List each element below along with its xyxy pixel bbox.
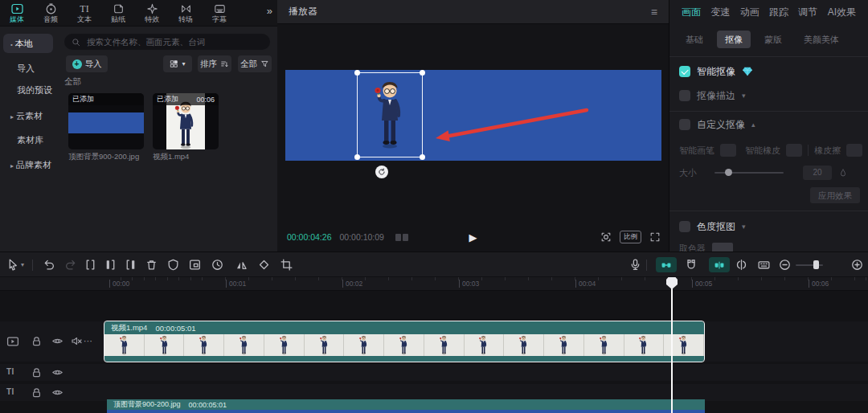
tab-captions[interactable]: 字幕 xyxy=(203,0,236,27)
tab-picture[interactable]: 画面 xyxy=(682,6,701,19)
zoom-in-icon[interactable] xyxy=(850,258,864,272)
eye-icon[interactable] xyxy=(51,335,63,347)
added-badge: 已添加 xyxy=(157,94,178,104)
more-tabs-icon[interactable]: » xyxy=(267,5,272,17)
apply-effect-button[interactable]: 应用效果 xyxy=(810,187,860,203)
freeze-frame-icon[interactable] xyxy=(166,258,180,272)
image-clip[interactable]: 顶图背景900-200.jpg 00:00:05:01 xyxy=(107,399,705,413)
custom-keying-checkbox[interactable] xyxy=(679,119,690,130)
sidebar-item-local[interactable]: •本地 xyxy=(3,34,53,53)
fullscreen-icon[interactable] xyxy=(649,231,661,243)
ratio-button[interactable]: 比例 xyxy=(620,231,641,243)
magnet-snap-icon[interactable] xyxy=(684,258,698,272)
filter-button[interactable]: 全部 xyxy=(238,55,272,72)
eye-icon[interactable] xyxy=(51,386,63,399)
selection-box[interactable] xyxy=(357,72,423,157)
preview-quality-icon[interactable] xyxy=(600,231,612,243)
eraser-button[interactable] xyxy=(846,144,862,157)
slider-handle[interactable] xyxy=(725,169,732,176)
lock-icon[interactable] xyxy=(31,366,43,378)
more-options-icon[interactable]: ⋯ xyxy=(84,336,93,346)
split-icon[interactable] xyxy=(84,258,97,272)
sidebar-item-brand[interactable]: ▸品牌素材 xyxy=(3,155,53,174)
zoom-slider-handle[interactable] xyxy=(813,260,819,269)
current-timecode: 00:00:04:26 xyxy=(287,232,331,242)
chevron-up-icon[interactable]: ▴ xyxy=(751,121,755,129)
zoom-out-icon[interactable] xyxy=(778,258,792,272)
trim-right-icon[interactable] xyxy=(124,258,137,272)
sidebar-item-presets[interactable]: 我的预设 xyxy=(3,80,53,100)
link-clips-toggle[interactable] xyxy=(656,257,677,272)
playhead-line[interactable] xyxy=(671,277,673,413)
chevron-down-icon[interactable]: ▾ xyxy=(742,92,746,100)
subtab-basic[interactable]: 基础 xyxy=(678,31,711,48)
sidebar-item-library[interactable]: 素材库 xyxy=(3,130,53,149)
delete-icon[interactable] xyxy=(145,258,158,272)
tab-speed[interactable]: 变速 xyxy=(710,6,730,19)
brush-size-row: 大小 20 xyxy=(669,164,868,182)
tab-tracking[interactable]: 跟踪 xyxy=(769,6,788,19)
media-card-video[interactable]: 已添加 00:06 视频1.mp4 xyxy=(153,93,219,162)
tab-text[interactable]: TI 文本 xyxy=(68,0,101,27)
smart-brush-button[interactable] xyxy=(720,144,736,157)
select-cursor-icon[interactable] xyxy=(6,258,20,272)
tab-effects[interactable]: 特效 xyxy=(135,0,169,27)
keying-stroke-checkbox[interactable] xyxy=(679,90,690,101)
resize-handle[interactable] xyxy=(420,70,425,76)
tab-media[interactable]: 媒体 xyxy=(0,0,34,27)
size-value[interactable]: 20 xyxy=(803,166,832,180)
preview-axis-toggle[interactable] xyxy=(709,257,730,272)
rotate-handle[interactable] xyxy=(375,166,388,178)
tab-adjust[interactable]: 调节 xyxy=(798,6,817,19)
tab-ai-effects[interactable]: AI效果 xyxy=(828,6,856,19)
view-mode-button[interactable]: ▾ xyxy=(163,55,192,72)
play-button[interactable]: ▶ xyxy=(469,231,477,243)
tab-sticker[interactable]: 贴纸 xyxy=(101,0,135,27)
timeline-zoom-slider[interactable] xyxy=(796,264,823,266)
reverse-icon[interactable] xyxy=(211,258,224,272)
clip-filmstrip xyxy=(104,334,704,356)
redo-icon[interactable] xyxy=(64,258,78,272)
import-button[interactable]: + 导入 xyxy=(66,55,108,72)
search-input[interactable] xyxy=(85,36,263,47)
mute-speaker-icon[interactable] xyxy=(71,335,83,347)
resize-handle[interactable] xyxy=(354,154,360,160)
split-preview-icon[interactable] xyxy=(735,258,748,272)
trim-left-icon[interactable] xyxy=(104,258,117,272)
sort-button[interactable]: 排序 xyxy=(198,55,231,72)
crop-icon[interactable] xyxy=(280,258,293,272)
size-slider[interactable] xyxy=(714,169,784,177)
smart-keying-checkbox[interactable] xyxy=(679,66,690,77)
eye-icon[interactable] xyxy=(51,366,63,378)
rotate-tool-icon[interactable] xyxy=(257,258,271,272)
tab-audio[interactable]: 音频 xyxy=(34,0,68,27)
video-clip[interactable]: 视频1.mp4 00:00:05:01 xyxy=(104,321,704,362)
resize-handle[interactable] xyxy=(420,154,425,160)
subtab-beauty[interactable]: 美颜美体 xyxy=(796,31,847,48)
preview-canvas[interactable] xyxy=(285,70,661,161)
lock-icon[interactable] xyxy=(31,386,43,399)
subtab-mask[interactable]: 蒙版 xyxy=(756,31,790,48)
tab-transitions[interactable]: 转场 xyxy=(169,0,203,27)
undo-icon[interactable] xyxy=(42,258,55,272)
chevron-down-icon[interactable]: ▾ xyxy=(742,223,746,231)
player-menu-icon[interactable]: ≡ xyxy=(651,6,657,18)
record-voiceover-icon[interactable] xyxy=(628,258,642,272)
media-card-image[interactable]: 已添加 顶图背景900-200.jpg xyxy=(68,93,144,162)
chroma-key-checkbox[interactable] xyxy=(679,221,690,232)
mirror-icon[interactable] xyxy=(235,258,248,272)
subtab-keying[interactable]: 抠像 xyxy=(717,31,751,48)
lock-icon[interactable] xyxy=(31,335,43,347)
cursor-caret-icon[interactable]: ▾ xyxy=(21,261,24,268)
character-figure xyxy=(372,75,407,153)
timeline-ruler[interactable]: 00:00 00:01 00:02 00:03 00:04 00:05 00:0… xyxy=(0,277,868,291)
overlay-icon[interactable] xyxy=(188,258,202,272)
shortcut-keys-icon[interactable] xyxy=(757,258,771,272)
sidebar-item-cloud[interactable]: ▸云素材 xyxy=(3,106,53,125)
frame-view-icon[interactable] xyxy=(395,234,408,241)
smart-eraser-button[interactable] xyxy=(786,144,802,157)
sidebar-item-import[interactable]: 导入 xyxy=(3,59,53,78)
resize-handle[interactable] xyxy=(354,70,360,76)
droplet-icon[interactable] xyxy=(838,168,848,178)
tab-animation[interactable]: 动画 xyxy=(740,6,760,19)
